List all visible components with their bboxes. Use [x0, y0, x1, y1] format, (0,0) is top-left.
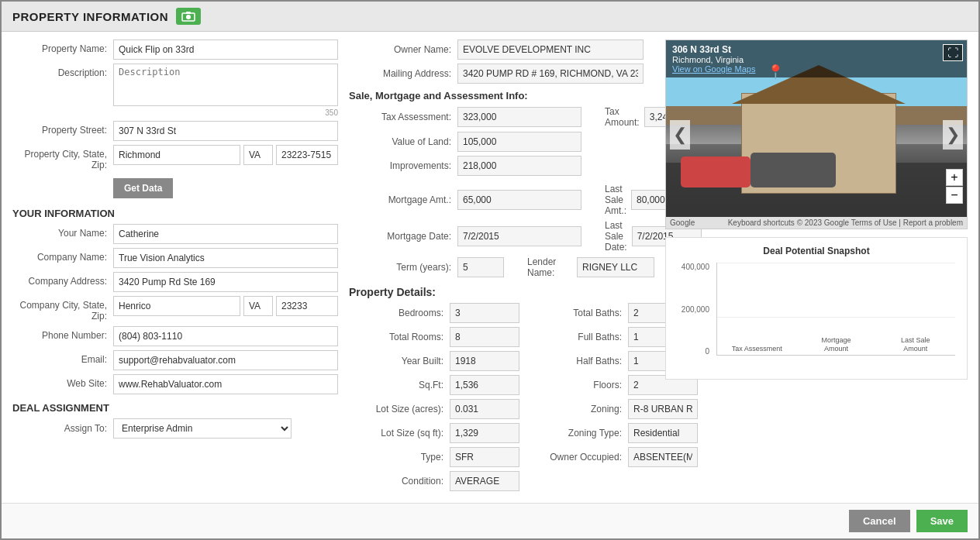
cancel-button[interactable]: Cancel — [849, 510, 910, 532]
map-address: 306 N 33rd St — [672, 44, 961, 55]
map-nav-right-button[interactable]: ❯ — [943, 120, 963, 150]
modal-body: Property Name: Description: 350 Property… — [2, 32, 978, 503]
left-column: Property Name: Description: 350 Property… — [12, 40, 338, 495]
value-land-input[interactable] — [457, 132, 581, 152]
lot-size-sqft-label: Lot Size (sq ft): — [349, 428, 450, 439]
owner-name-input[interactable] — [457, 40, 644, 60]
terms-link[interactable]: Terms of Use — [851, 218, 897, 227]
map-nav-left-icon: ❮ — [673, 125, 687, 144]
owner-occupied-label: Owner Occupied: — [527, 452, 628, 463]
mortgage-date-row: Mortgage Date: Last Sale Date: — [349, 220, 654, 253]
chart-bar-mortgage-amount: MortgageAmount — [796, 334, 875, 353]
map-zoom-plus-button[interactable]: + — [946, 169, 963, 186]
assign-to-label: Assign To: — [12, 423, 113, 434]
type-label: Type: — [349, 452, 450, 463]
chart-title: Deal Potential Snapshot — [674, 246, 959, 256]
mailing-address-input[interactable] — [457, 64, 644, 84]
property-zip-input[interactable] — [276, 145, 338, 165]
lender-name-label: Lender Name: — [527, 256, 572, 278]
mortgage-date-input[interactable] — [457, 226, 581, 246]
company-city-input[interactable] — [113, 296, 240, 316]
property-details-left: Bedrooms: Total Rooms: Year Built: Sq.Ft… — [349, 303, 519, 495]
half-baths-label: Half Baths: — [527, 356, 628, 366]
term-label: Term (years): — [349, 262, 457, 273]
chart-area: 400,000 200,000 0 Tax Assessment — [674, 263, 959, 371]
chart-y-400k: 400,000 — [682, 263, 709, 271]
property-state-input[interactable] — [243, 145, 273, 165]
condition-input[interactable] — [450, 471, 519, 491]
company-zip-input[interactable] — [276, 296, 338, 316]
char-count: 350 — [113, 108, 338, 117]
your-name-label: Your Name: — [12, 224, 113, 239]
mortgage-date-label: Mortgage Date: — [349, 231, 457, 242]
map-nav-left-button[interactable]: ❮ — [670, 120, 690, 150]
center-column: Owner Name: Mailing Address: Sale, Mortg… — [349, 40, 654, 495]
your-name-input[interactable] — [113, 224, 338, 244]
owner-name-row: Owner Name: — [349, 40, 654, 60]
year-built-input[interactable] — [450, 351, 519, 371]
tax-amount-label: Tax Amount: — [605, 106, 640, 128]
map-expand-button[interactable]: ⛶ — [943, 44, 963, 61]
map-copyright: © 2023 Google — [797, 218, 849, 227]
description-label: Description: — [12, 64, 113, 78]
description-row: Description: 350 — [12, 64, 338, 117]
value-land-label: Value of Land: — [349, 136, 457, 147]
save-button[interactable]: Save — [916, 510, 968, 532]
lot-size-sqft-input[interactable] — [450, 423, 519, 443]
improvements-row: Improvements: — [349, 156, 654, 176]
owner-name-label: Owner Name: — [349, 44, 457, 55]
chart-bar-tax-assessment-label: Tax Assessment — [732, 345, 782, 353]
property-street-label: Property Street: — [12, 121, 113, 136]
report-link[interactable]: Report a problem — [903, 218, 963, 227]
property-details-grid: Bedrooms: Total Rooms: Year Built: Sq.Ft… — [349, 303, 654, 495]
mailing-address-label: Mailing Address: — [349, 68, 457, 79]
company-address-input[interactable] — [113, 272, 338, 292]
map-zoom-plus-icon: + — [951, 170, 958, 184]
lot-size-sqft-row: Lot Size (sq ft): — [349, 423, 519, 443]
map-car-gray — [751, 153, 836, 187]
lot-size-acres-input[interactable] — [450, 399, 519, 419]
total-baths-label: Total Baths: — [527, 308, 628, 318]
mortgage-amt-input[interactable] — [457, 190, 581, 210]
get-data-button[interactable]: Get Data — [113, 178, 173, 198]
phone-input[interactable] — [113, 326, 338, 346]
assign-to-row: Assign To: Enterprise Admin Option 2 Opt… — [12, 418, 338, 439]
property-name-input[interactable] — [113, 40, 338, 60]
description-textarea[interactable] — [113, 64, 338, 106]
last-sale-date-label: Last Sale Date: — [605, 220, 627, 253]
property-name-label: Property Name: — [12, 40, 113, 54]
sqft-input[interactable] — [450, 375, 519, 395]
tax-assessment-input[interactable] — [457, 107, 581, 127]
map-overlay-top: 306 N 33rd St Richmond, Virginia View on… — [666, 40, 967, 77]
company-name-input[interactable] — [113, 248, 338, 268]
map-expand-icon: ⛶ — [947, 46, 958, 59]
assign-to-select[interactable]: Enterprise Admin Option 2 Option 3 — [113, 418, 292, 439]
email-input[interactable] — [113, 350, 338, 370]
property-city-label: Property City, State, Zip: — [12, 145, 113, 171]
lender-name-input[interactable] — [577, 257, 654, 277]
company-state-input[interactable] — [243, 296, 273, 316]
term-input[interactable] — [457, 257, 504, 277]
map-google-link[interactable]: View on Google Maps — [672, 64, 755, 74]
company-city-row: Company City, State, Zip: — [12, 296, 338, 322]
year-built-label: Year Built: — [349, 356, 450, 366]
map-zoom-minus-button[interactable]: − — [946, 187, 963, 204]
keyboard-shortcuts-link[interactable]: Keyboard shortcuts — [728, 218, 795, 227]
website-input[interactable] — [113, 374, 338, 394]
chart-bar-last-sale-amount: Last SaleAmount — [876, 334, 955, 353]
company-name-row: Company Name: — [12, 248, 338, 268]
mortgage-amt-row: Mortgage Amt.: Last Sale Amt.: — [349, 184, 654, 216]
company-city-label: Company City, State, Zip: — [12, 296, 113, 322]
map-car-red — [681, 156, 751, 187]
property-street-input[interactable] — [113, 121, 338, 141]
improvements-input[interactable] — [457, 156, 581, 176]
email-label: Email: — [12, 350, 113, 365]
property-city-input[interactable] — [113, 145, 240, 165]
total-rooms-row: Total Rooms: — [349, 327, 519, 347]
type-input[interactable] — [450, 447, 519, 467]
bedrooms-input[interactable] — [450, 303, 519, 323]
camera-button[interactable] — [176, 8, 201, 25]
total-rooms-input[interactable] — [450, 327, 519, 347]
chart-bars-area: Tax Assessment MortgageAmount Last SaleA… — [716, 263, 955, 356]
property-details-title: Property Details: — [349, 286, 654, 298]
